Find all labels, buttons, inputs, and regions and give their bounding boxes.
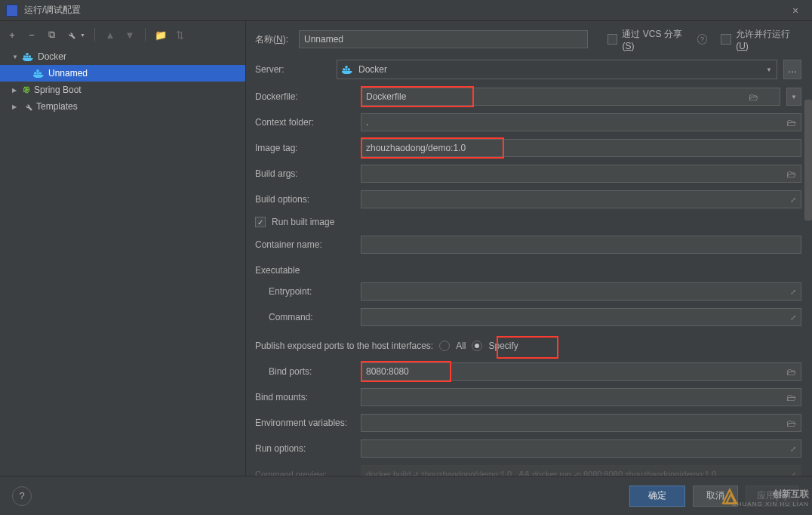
- tree-label: Templates: [36, 101, 78, 112]
- context-folder-label: Context folder:: [255, 117, 355, 128]
- svg-rect-11: [346, 66, 348, 68]
- expand-icon[interactable]: ⤢: [790, 196, 796, 204]
- apply-button[interactable]: 应用(A): [746, 486, 798, 507]
- cancel-button[interactable]: 取消: [693, 486, 738, 507]
- command-label: Command:: [269, 312, 355, 322]
- env-vars-label: Environment variables:: [255, 418, 355, 428]
- sidebar: + − ⧉ ▼ ▲ ▼ 📁 ⇅ ▼ Docker: [0, 21, 246, 476]
- run-built-image-checkbox[interactable]: [255, 217, 266, 227]
- bind-ports-input[interactable]: 8080:8080 🗁: [361, 362, 801, 381]
- dialog-button-bar: ? 确定 取消 应用(A): [0, 476, 812, 515]
- entrypoint-label: Entrypoint:: [269, 286, 355, 297]
- name-value: Unnamed: [304, 34, 343, 45]
- server-combo[interactable]: Docker ▼: [337, 60, 777, 79]
- content-scrollbar: [804, 100, 812, 476]
- tree-node-unnamed[interactable]: Unnamed: [0, 65, 245, 82]
- build-options-input[interactable]: ⤢: [361, 190, 801, 208]
- tree-node-docker[interactable]: ▼ Docker: [0, 48, 245, 65]
- expand-arrow-icon: ▼: [12, 54, 20, 60]
- move-down-button[interactable]: ▼: [124, 29, 136, 41]
- browse-icon[interactable]: 🗁: [786, 392, 796, 403]
- env-vars-input[interactable]: 🗁: [361, 414, 801, 432]
- image-tag-input[interactable]: zhouzhaodong/demo:1.0: [361, 139, 801, 157]
- help-button[interactable]: ?: [12, 486, 32, 506]
- expand-icon[interactable]: ⤢: [790, 313, 796, 322]
- expand-icon[interactable]: ⤢: [790, 445, 796, 453]
- publish-all-radio[interactable]: [439, 341, 450, 351]
- chevron-down-icon: ▼: [766, 66, 772, 73]
- svg-rect-7: [37, 69, 39, 72]
- bind-mounts-input[interactable]: 🗁: [361, 388, 801, 406]
- svg-rect-10: [348, 69, 350, 71]
- chevron-down-icon[interactable]: ▼: [80, 32, 85, 38]
- tree-node-templates[interactable]: ▶ Templates: [0, 98, 245, 115]
- svg-rect-2: [29, 56, 31, 58]
- build-args-label: Build args:: [255, 168, 355, 179]
- copy-config-button[interactable]: ⧉: [45, 29, 57, 41]
- run-built-image-label: Run built image: [272, 217, 334, 227]
- scrollbar-thumb[interactable]: [804, 100, 812, 220]
- config-toolbar: + − ⧉ ▼ ▲ ▼ 📁 ⇅: [0, 21, 245, 48]
- context-folder-input[interactable]: . 🗁: [361, 113, 801, 131]
- window-title: 运行/调试配置: [24, 4, 785, 17]
- svg-rect-8: [343, 69, 345, 71]
- title-bar: 运行/调试配置 ×: [0, 0, 812, 21]
- svg-rect-5: [37, 72, 39, 75]
- entrypoint-input[interactable]: ⤢: [361, 282, 801, 301]
- publish-specify-label: Specify: [488, 341, 518, 351]
- dockerfile-dropdown[interactable]: ▼: [786, 88, 801, 106]
- wrench-icon: [23, 101, 33, 112]
- name-input[interactable]: Unnamed: [299, 30, 588, 48]
- publish-all-label: All: [456, 341, 466, 351]
- bind-mounts-label: Bind mounts:: [255, 392, 355, 402]
- browse-icon[interactable]: 🗁: [786, 366, 796, 378]
- server-value: Docker: [358, 64, 761, 75]
- svg-rect-9: [346, 69, 348, 71]
- tree-node-spring[interactable]: ▶ ֍ Spring Boot: [0, 82, 245, 98]
- name-label: 名称(N):: [255, 33, 293, 46]
- remove-config-button[interactable]: −: [26, 29, 38, 41]
- separator: [145, 28, 146, 42]
- wrench-icon[interactable]: [65, 29, 77, 41]
- publish-ports-label: Publish exposed ports to the host interf…: [255, 341, 433, 351]
- svg-rect-4: [34, 72, 36, 75]
- svg-rect-1: [26, 56, 29, 58]
- app-icon: [6, 5, 18, 17]
- command-preview-label: Command preview:: [255, 470, 355, 476]
- add-config-button[interactable]: +: [6, 29, 18, 41]
- browse-icon[interactable]: 🗁: [786, 117, 796, 128]
- browse-icon[interactable]: 🗁: [749, 91, 758, 103]
- server-more-button[interactable]: …: [783, 60, 801, 79]
- ok-button[interactable]: 确定: [629, 486, 685, 507]
- vcs-share-checkbox[interactable]: [607, 34, 618, 45]
- help-icon[interactable]: ?: [697, 34, 708, 45]
- spring-icon: ֍: [23, 85, 31, 94]
- build-args-input[interactable]: 🗁: [361, 165, 801, 183]
- container-name-input[interactable]: [361, 236, 801, 254]
- expand-icon[interactable]: ⤢: [790, 470, 796, 476]
- build-options-label: Build options:: [255, 194, 355, 205]
- docker-icon: [23, 51, 35, 62]
- image-tag-value: zhouzhaodong/demo:1.0: [366, 143, 466, 153]
- folder-button[interactable]: 📁: [155, 29, 167, 41]
- browse-icon[interactable]: 🗁: [786, 418, 796, 429]
- expand-arrow-icon: ▶: [12, 87, 20, 94]
- sort-button[interactable]: ⇅: [174, 29, 186, 41]
- move-up-button[interactable]: ▲: [104, 29, 116, 41]
- command-input[interactable]: ⤢: [361, 308, 801, 326]
- browse-icon[interactable]: 🗁: [786, 168, 796, 180]
- bind-ports-label: Bind ports:: [269, 366, 355, 377]
- dockerfile-input[interactable]: Dockerfile 🗁: [361, 88, 780, 106]
- publish-specify-radio[interactable]: [472, 341, 482, 351]
- run-options-label: Run options:: [255, 443, 355, 454]
- close-button[interactable]: ×: [785, 2, 806, 19]
- separator: [94, 28, 95, 42]
- allow-parallel-checkbox[interactable]: [721, 34, 731, 45]
- dockerfile-value: Dockerfile: [366, 91, 406, 102]
- svg-rect-6: [39, 72, 42, 75]
- expand-icon[interactable]: ⤢: [790, 288, 796, 296]
- allow-parallel-label: 允许并行运行(U): [736, 28, 801, 51]
- container-name-label: Container name:: [255, 239, 355, 250]
- run-options-input[interactable]: ⤢: [361, 439, 801, 458]
- command-preview-box: docker build -t zhouzhaodong/demo:1.0 . …: [361, 465, 801, 476]
